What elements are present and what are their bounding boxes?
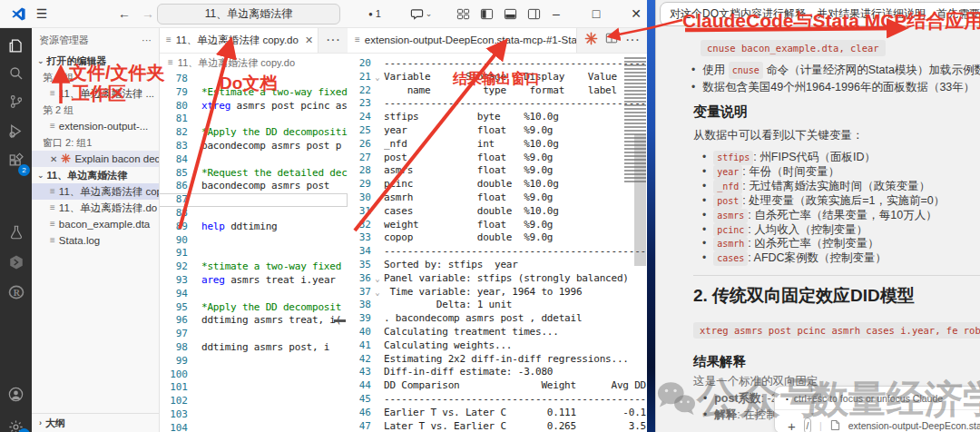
r-language-icon[interactable]: R	[0, 279, 32, 306]
fold-chevron-icon[interactable]: ⌄	[371, 272, 384, 286]
vertical-scrollbar[interactable]	[634, 134, 646, 266]
fold-spacer	[371, 178, 384, 191]
code-token: Variable Storage Display Value	[384, 71, 617, 83]
file-tree-item[interactable]: ≡11、单边离婚法律.do	[32, 200, 159, 216]
settings-badge	[18, 428, 30, 432]
settings-gear-icon[interactable]	[0, 413, 32, 432]
code-line: 88	[159, 207, 348, 221]
code-text: Panel variable: stfips (strongly balance…	[384, 272, 647, 286]
claude-input-bar[interactable]: • ctrl+esc to focus or unfocus Claude + …	[774, 386, 980, 432]
code-token: stfips byte %10.0g	[384, 111, 559, 123]
code-line: 85*Request the detailed dec	[159, 167, 348, 181]
explorer-icon[interactable]	[0, 32, 32, 59]
close-tab-icon[interactable]: ✕	[305, 34, 313, 46]
toggle-panel-icon[interactable]	[499, 0, 521, 27]
line-number: 84	[159, 153, 188, 167]
code-line: 27post float %9.0g	[348, 152, 647, 165]
extensions-icon[interactable]: 2	[0, 147, 32, 174]
workspace-folder-section[interactable]: ⌄11、单边离婚法律	[32, 167, 159, 183]
line-number: 102	[159, 395, 188, 408]
minimize-button[interactable]: –	[543, 0, 570, 27]
open-editor-item[interactable]: ≡11、单边离婚法律 ...	[32, 85, 159, 102]
bullet-icon: •	[703, 407, 707, 423]
result-bold: 解释	[714, 408, 737, 421]
code-line: 41Calculating weights...	[348, 339, 647, 353]
variable-bullet-item: •cases: AFDC案例数（控制变量）	[702, 251, 945, 266]
activity-bar: 2 R	[0, 27, 32, 432]
copilot-chat-icon[interactable]: ⌄	[403, 0, 439, 27]
code-line: 45--------------------------------------…	[348, 393, 647, 407]
split-editor-icon[interactable]	[605, 32, 618, 48]
fold-spacer	[371, 326, 384, 339]
code-text	[188, 355, 348, 368]
account-icon[interactable]	[0, 380, 32, 407]
bullet-icon: •	[703, 390, 707, 407]
toggle-secondary-sidebar-icon[interactable]	[523, 0, 544, 27]
claude-focus-hint: ctrl+esc to focus or unfocus Claude	[794, 393, 943, 404]
minimap-slider[interactable]	[334, 319, 346, 322]
context-file-chip[interactable]: extension-output-DeepEcon.stata-	[848, 420, 980, 431]
tab-stata-output[interactable]: ≡ extension-output-DeepEcon.stata-mcp-#1…	[348, 27, 577, 53]
editor-more-icon[interactable]: ···	[625, 32, 640, 48]
code-text	[188, 234, 348, 248]
fold-spacer	[371, 219, 384, 232]
claude-starburst-icon[interactable]	[584, 32, 598, 49]
dirty-indicator[interactable]: ● 1	[359, 0, 390, 27]
fold-chevron-icon[interactable]: ⌄	[371, 71, 384, 84]
bullet-item: •使用 cnuse 命令（计量经济网的Stata模块）加载示例数据 bacon_…	[691, 62, 980, 79]
run-debug-icon[interactable]	[0, 117, 32, 144]
prompt-text-box[interactable]: 对这个DO文档内容进行解释，并对结果进行详细说明，首先需要对这个Bac	[660, 2, 980, 26]
testing-flask-icon[interactable]	[0, 219, 32, 246]
toggle-sidebar-icon[interactable]	[475, 0, 497, 27]
variable-bullet-list: •stfips: 州FIPS代码（面板ID）•year: 年份（时间变量）•_n…	[702, 151, 945, 266]
line-number: 33	[348, 231, 371, 245]
fold-chevron-icon[interactable]: ⌄	[371, 286, 384, 299]
breadcrumb[interactable]: ≡ 11、单边离婚法律 copy.do	[159, 54, 348, 72]
close-button[interactable]: ✕	[622, 0, 650, 27]
slash-command-button[interactable]: /	[804, 417, 811, 432]
search-icon[interactable]	[0, 60, 32, 87]
customize-layout-icon[interactable]	[452, 0, 474, 27]
file-tree-item[interactable]: ≡11、单边离婚法律 cop...	[32, 183, 159, 200]
editor-group-label: 窗口 2: 组1	[32, 134, 159, 151]
code-text	[188, 328, 348, 341]
code-line: 30asmrh float %9.0g	[348, 191, 647, 205]
command-center[interactable]: 11、单边离婚法律	[157, 4, 340, 25]
code-line: 23--------------------------------------…	[348, 97, 647, 111]
extensions-badge: 2	[18, 164, 30, 176]
file-tree-item[interactable]: ≡bacon_example.dta	[32, 216, 159, 232]
variable-description: : 处理变量（政策实施后=1，实施前=0）	[742, 194, 945, 207]
editor-group-label: 第 1 组	[32, 69, 159, 85]
open-editor-item[interactable]: ✕Explain bacon dec...	[32, 151, 159, 167]
fold-spacer	[371, 393, 384, 407]
editor-more-icon[interactable]: ···	[326, 32, 340, 48]
nav-back-icon[interactable]: ←	[114, 0, 134, 27]
code-line: 38 Delta: 1 unit	[348, 299, 647, 312]
nav-forward-icon[interactable]: →	[138, 0, 158, 27]
section-heading-results: 结果解释	[693, 353, 746, 370]
line-number: 97	[159, 328, 188, 341]
code-line: 35Sorted by: stfips year	[348, 259, 647, 272]
sidebar-more-icon[interactable]: ···	[142, 34, 152, 45]
source-control-icon[interactable]	[0, 88, 32, 115]
code-token: *Request the detailed dec	[201, 167, 348, 179]
line-number: 22	[348, 84, 371, 98]
tab-do-file[interactable]: ≡ 11、单边离婚法律 copy.do ✕	[159, 27, 318, 53]
code-line: 91	[159, 247, 348, 260]
code-text: ----------------------------------------…	[384, 97, 647, 111]
file-tree-item[interactable]: ≡Stata.log	[32, 232, 159, 249]
outline-section[interactable]: › 大纲	[32, 413, 160, 432]
variables-intro: 从数据中可以看到以下关键变量：	[693, 128, 864, 143]
code-line: 87	[159, 193, 348, 207]
line-number: 47	[348, 420, 371, 432]
line-number: 78	[159, 73, 188, 86]
code-token: pcinc double %10.0g	[384, 178, 559, 190]
code-line: 44DD Comparison Weight Avg DD Est	[348, 379, 647, 393]
open-editor-item[interactable]: ≡extension-output-...	[32, 118, 159, 134]
menu-hamburger-icon[interactable]: ☰	[31, 0, 53, 27]
stata-hexagon-icon[interactable]	[0, 249, 32, 276]
open-editors-section[interactable]: ⌄打开的编辑器	[32, 53, 159, 69]
add-attachment-button[interactable]: +	[788, 418, 796, 432]
maximize-button[interactable]: □	[583, 0, 610, 27]
close-icon[interactable]: ✕	[50, 154, 57, 164]
